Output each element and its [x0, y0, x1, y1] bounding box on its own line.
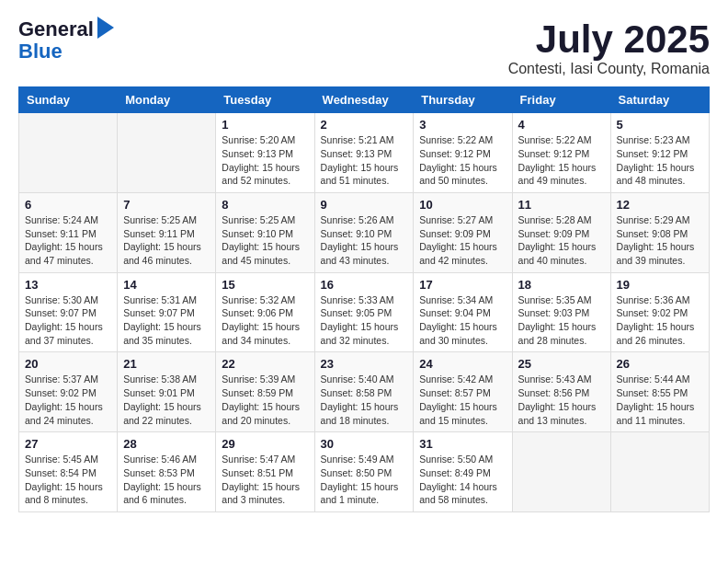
- day-number: 15: [222, 278, 308, 292]
- calendar-cell: 29Sunrise: 5:47 AM Sunset: 8:51 PM Dayli…: [216, 432, 314, 512]
- day-info: Sunrise: 5:42 AM Sunset: 8:57 PM Dayligh…: [419, 373, 506, 427]
- calendar-cell: 17Sunrise: 5:34 AM Sunset: 9:04 PM Dayli…: [414, 272, 512, 352]
- calendar-cell: 16Sunrise: 5:33 AM Sunset: 9:05 PM Dayli…: [314, 272, 414, 352]
- calendar-cell: 21Sunrise: 5:38 AM Sunset: 9:01 PM Dayli…: [118, 352, 216, 432]
- calendar-cell: [512, 432, 610, 512]
- calendar-week-row: 6Sunrise: 5:24 AM Sunset: 9:11 PM Daylig…: [19, 192, 710, 272]
- day-number: 13: [25, 278, 111, 292]
- calendar-cell: 1Sunrise: 5:20 AM Sunset: 9:13 PM Daylig…: [216, 113, 314, 193]
- day-number: 26: [617, 357, 703, 371]
- day-info: Sunrise: 5:40 AM Sunset: 8:58 PM Dayligh…: [321, 373, 408, 427]
- calendar-cell: 19Sunrise: 5:36 AM Sunset: 9:02 PM Dayli…: [610, 272, 709, 352]
- day-info: Sunrise: 5:30 AM Sunset: 9:07 PM Dayligh…: [25, 293, 111, 348]
- calendar-cell: 26Sunrise: 5:44 AM Sunset: 8:55 PM Dayli…: [610, 352, 709, 432]
- day-info: Sunrise: 5:45 AM Sunset: 8:54 PM Dayligh…: [25, 453, 111, 507]
- day-number: 3: [419, 118, 506, 132]
- day-number: 29: [222, 437, 308, 451]
- day-number: 31: [419, 437, 506, 451]
- day-number: 27: [25, 437, 111, 451]
- day-number: 25: [518, 357, 605, 371]
- day-info: Sunrise: 5:25 AM Sunset: 9:10 PM Dayligh…: [222, 213, 308, 268]
- page-header: General Blue July 2025 Contesti, Iasi Co…: [18, 18, 710, 77]
- calendar-table: SundayMondayTuesdayWednesdayThursdayFrid…: [18, 86, 710, 512]
- calendar-cell: [19, 113, 118, 193]
- day-number: 24: [419, 357, 506, 371]
- weekday-header-sunday: Sunday: [19, 87, 118, 113]
- calendar-week-row: 27Sunrise: 5:45 AM Sunset: 8:54 PM Dayli…: [19, 432, 710, 512]
- day-info: Sunrise: 5:49 AM Sunset: 8:50 PM Dayligh…: [321, 453, 408, 507]
- day-number: 14: [123, 278, 210, 292]
- logo-general: General: [18, 18, 94, 40]
- calendar-cell: 10Sunrise: 5:27 AM Sunset: 9:09 PM Dayli…: [414, 192, 512, 272]
- calendar-cell: 9Sunrise: 5:26 AM Sunset: 9:10 PM Daylig…: [314, 192, 414, 272]
- day-info: Sunrise: 5:21 AM Sunset: 9:13 PM Dayligh…: [321, 133, 408, 188]
- calendar-week-row: 13Sunrise: 5:30 AM Sunset: 9:07 PM Dayli…: [19, 272, 710, 352]
- calendar-cell: 2Sunrise: 5:21 AM Sunset: 9:13 PM Daylig…: [314, 113, 414, 193]
- day-info: Sunrise: 5:39 AM Sunset: 8:59 PM Dayligh…: [222, 373, 308, 427]
- day-number: 21: [123, 357, 210, 371]
- day-number: 9: [321, 198, 408, 212]
- day-info: Sunrise: 5:36 AM Sunset: 9:02 PM Dayligh…: [617, 293, 703, 348]
- calendar-cell: [610, 432, 709, 512]
- weekday-header-tuesday: Tuesday: [216, 87, 314, 113]
- calendar-cell: 22Sunrise: 5:39 AM Sunset: 8:59 PM Dayli…: [216, 352, 314, 432]
- day-number: 8: [222, 198, 308, 212]
- day-info: Sunrise: 5:50 AM Sunset: 8:49 PM Dayligh…: [419, 453, 506, 507]
- day-info: Sunrise: 5:23 AM Sunset: 9:12 PM Dayligh…: [617, 133, 703, 188]
- day-number: 10: [419, 198, 506, 212]
- title-area: July 2025 Contesti, Iasi County, Romania: [508, 18, 710, 77]
- weekday-header-thursday: Thursday: [414, 87, 512, 113]
- day-info: Sunrise: 5:28 AM Sunset: 9:09 PM Dayligh…: [518, 213, 605, 268]
- calendar-cell: 12Sunrise: 5:29 AM Sunset: 9:08 PM Dayli…: [610, 192, 709, 272]
- logo-arrow-icon: [97, 17, 114, 39]
- day-number: 5: [617, 118, 703, 132]
- day-number: 20: [25, 357, 111, 371]
- day-info: Sunrise: 5:47 AM Sunset: 8:51 PM Dayligh…: [222, 453, 308, 507]
- day-number: 4: [518, 118, 605, 132]
- day-number: 17: [419, 278, 506, 292]
- day-info: Sunrise: 5:31 AM Sunset: 9:07 PM Dayligh…: [123, 293, 210, 348]
- calendar-cell: 6Sunrise: 5:24 AM Sunset: 9:11 PM Daylig…: [19, 192, 118, 272]
- calendar-cell: 27Sunrise: 5:45 AM Sunset: 8:54 PM Dayli…: [19, 432, 118, 512]
- calendar-cell: 28Sunrise: 5:46 AM Sunset: 8:53 PM Dayli…: [118, 432, 216, 512]
- calendar-cell: 30Sunrise: 5:49 AM Sunset: 8:50 PM Dayli…: [314, 432, 414, 512]
- day-info: Sunrise: 5:43 AM Sunset: 8:56 PM Dayligh…: [518, 373, 605, 427]
- weekday-header-wednesday: Wednesday: [314, 87, 414, 113]
- day-number: 12: [617, 198, 703, 212]
- calendar-cell: 13Sunrise: 5:30 AM Sunset: 9:07 PM Dayli…: [19, 272, 118, 352]
- day-info: Sunrise: 5:35 AM Sunset: 9:03 PM Dayligh…: [518, 293, 605, 348]
- day-number: 7: [123, 198, 210, 212]
- calendar-cell: 18Sunrise: 5:35 AM Sunset: 9:03 PM Dayli…: [512, 272, 610, 352]
- day-info: Sunrise: 5:20 AM Sunset: 9:13 PM Dayligh…: [222, 133, 308, 188]
- logo-blue: Blue: [18, 40, 114, 63]
- day-info: Sunrise: 5:32 AM Sunset: 9:06 PM Dayligh…: [222, 293, 308, 348]
- calendar-cell: 15Sunrise: 5:32 AM Sunset: 9:06 PM Dayli…: [216, 272, 314, 352]
- day-number: 30: [321, 437, 408, 451]
- calendar-cell: 3Sunrise: 5:22 AM Sunset: 9:12 PM Daylig…: [414, 113, 512, 193]
- day-info: Sunrise: 5:22 AM Sunset: 9:12 PM Dayligh…: [419, 133, 506, 188]
- day-info: Sunrise: 5:38 AM Sunset: 9:01 PM Dayligh…: [123, 373, 210, 427]
- day-number: 22: [222, 357, 308, 371]
- calendar-cell: 7Sunrise: 5:25 AM Sunset: 9:11 PM Daylig…: [118, 192, 216, 272]
- calendar-week-row: 1Sunrise: 5:20 AM Sunset: 9:13 PM Daylig…: [19, 113, 710, 193]
- calendar-week-row: 20Sunrise: 5:37 AM Sunset: 9:02 PM Dayli…: [19, 352, 710, 432]
- day-info: Sunrise: 5:29 AM Sunset: 9:08 PM Dayligh…: [617, 213, 703, 268]
- day-number: 2: [321, 118, 408, 132]
- day-info: Sunrise: 5:34 AM Sunset: 9:04 PM Dayligh…: [419, 293, 506, 348]
- calendar-cell: 8Sunrise: 5:25 AM Sunset: 9:10 PM Daylig…: [216, 192, 314, 272]
- day-number: 11: [518, 198, 605, 212]
- calendar-cell: 31Sunrise: 5:50 AM Sunset: 8:49 PM Dayli…: [414, 432, 512, 512]
- calendar-cell: [118, 113, 216, 193]
- day-info: Sunrise: 5:22 AM Sunset: 9:12 PM Dayligh…: [518, 133, 605, 188]
- calendar-cell: 25Sunrise: 5:43 AM Sunset: 8:56 PM Dayli…: [512, 352, 610, 432]
- day-info: Sunrise: 5:37 AM Sunset: 9:02 PM Dayligh…: [25, 373, 111, 427]
- day-number: 16: [321, 278, 408, 292]
- weekday-header-saturday: Saturday: [610, 87, 709, 113]
- day-number: 28: [123, 437, 210, 451]
- day-info: Sunrise: 5:33 AM Sunset: 9:05 PM Dayligh…: [321, 293, 408, 348]
- day-number: 18: [518, 278, 605, 292]
- calendar-cell: 20Sunrise: 5:37 AM Sunset: 9:02 PM Dayli…: [19, 352, 118, 432]
- day-number: 1: [222, 118, 308, 132]
- day-info: Sunrise: 5:44 AM Sunset: 8:55 PM Dayligh…: [617, 373, 703, 427]
- weekday-header-friday: Friday: [512, 87, 610, 113]
